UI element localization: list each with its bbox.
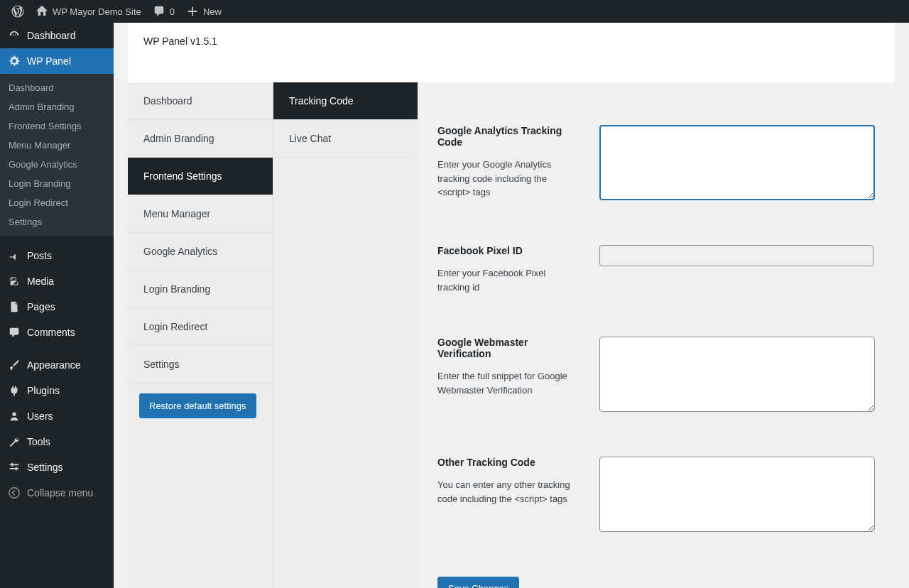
- field-label: Other Tracking Code: [437, 457, 579, 468]
- content-area: WP Panel v1.5.1 Dashboard Admin Branding…: [114, 23, 909, 588]
- media-icon: [7, 274, 21, 288]
- plus-icon: [186, 5, 199, 18]
- sidebar-item-settings[interactable]: Settings: [0, 454, 114, 480]
- gear-icon: [7, 54, 21, 68]
- fb-pixel-input[interactable]: [599, 245, 873, 266]
- field-desc: Enter the full snippet for Google Webmas…: [437, 369, 579, 397]
- field-google-webmaster: Google Webmaster Verification Enter the …: [437, 337, 875, 414]
- svg-point-0: [11, 278, 13, 280]
- sidebar-item-plugins[interactable]: Plugins: [0, 378, 114, 403]
- subtab-live-chat[interactable]: Live Chat: [273, 120, 418, 158]
- pin-icon: [7, 249, 21, 263]
- settings-nav: Dashboard Admin Branding Frontend Settin…: [128, 82, 418, 588]
- sidebar-subitem[interactable]: Login Redirect: [0, 193, 114, 212]
- field-desc: Enter your Facebook Pixel tracking id: [437, 266, 579, 294]
- field-desc: Enter your Google Analytics tracking cod…: [437, 158, 579, 200]
- admin-toolbar: WP Mayor Demo Site 0 New: [0, 0, 909, 23]
- sidebar-subitem[interactable]: Frontend Settings: [0, 116, 114, 136]
- sidebar-item-comments[interactable]: Comments: [0, 320, 114, 345]
- sidebar-subitem[interactable]: Admin Branding: [0, 97, 114, 116]
- field-label: Google Webmaster Verification: [437, 337, 579, 359]
- admin-sidebar: Dashboard WP Panel Dashboard Admin Brand…: [0, 23, 114, 588]
- page-icon: [7, 300, 21, 314]
- new-label: New: [203, 6, 222, 17]
- dashboard-icon: [7, 28, 21, 43]
- sidebar-subitem[interactable]: Google Analytics: [0, 155, 114, 174]
- plug-icon: [7, 383, 21, 398]
- comments-count: 0: [170, 6, 175, 17]
- tab-admin-branding[interactable]: Admin Branding: [128, 120, 273, 158]
- tab-google-analytics[interactable]: Google Analytics: [128, 233, 273, 271]
- field-fb-pixel: Facebook Pixel ID Enter your Facebook Pi…: [437, 245, 875, 294]
- tab-login-branding[interactable]: Login Branding: [128, 271, 273, 308]
- wrench-icon: [7, 435, 21, 449]
- other-tracking-input[interactable]: [599, 457, 875, 532]
- secondary-tabs: Tracking Code Live Chat: [273, 82, 418, 588]
- subtab-tracking-code[interactable]: Tracking Code: [273, 82, 418, 120]
- sidebar-item-dashboard[interactable]: Dashboard: [0, 23, 114, 48]
- google-webmaster-input[interactable]: [599, 337, 875, 412]
- new-content-link[interactable]: New: [180, 0, 227, 23]
- tab-frontend-settings[interactable]: Frontend Settings: [128, 158, 273, 195]
- sidebar-subitem[interactable]: Login Branding: [0, 174, 114, 193]
- svg-point-1: [12, 413, 16, 416]
- brush-icon: [7, 358, 21, 372]
- collapse-icon: [7, 486, 21, 500]
- svg-point-2: [9, 488, 19, 498]
- page-title: WP Panel v1.5.1: [143, 36, 879, 47]
- sidebar-submenu-wp-panel: Dashboard Admin Branding Frontend Settin…: [0, 74, 114, 236]
- sidebar-item-wp-panel[interactable]: WP Panel: [0, 48, 114, 74]
- save-changes-button[interactable]: Save Changes: [437, 577, 519, 588]
- sliders-icon: [7, 460, 21, 474]
- sidebar-subitem[interactable]: Settings: [0, 212, 114, 232]
- settings-form: Google Analytics Tracking Code Enter you…: [418, 82, 895, 588]
- tab-menu-manager[interactable]: Menu Manager: [128, 195, 273, 233]
- collapse-menu-button[interactable]: Collapse menu: [0, 480, 114, 506]
- field-label: Facebook Pixel ID: [437, 245, 579, 256]
- sidebar-item-posts[interactable]: Posts: [0, 243, 114, 268]
- sidebar-item-tools[interactable]: Tools: [0, 429, 114, 454]
- site-name-link[interactable]: WP Mayor Demo Site: [30, 0, 147, 23]
- comment-icon: [153, 5, 165, 18]
- field-desc: You can enter any other tracking code in…: [437, 478, 579, 506]
- sidebar-subitem[interactable]: Dashboard: [0, 78, 114, 97]
- sidebar-subitem[interactable]: Menu Manager: [0, 136, 114, 155]
- field-ga-tracking: Google Analytics Tracking Code Enter you…: [437, 125, 875, 202]
- site-name: WP Mayor Demo Site: [53, 6, 141, 17]
- tab-login-redirect[interactable]: Login Redirect: [128, 308, 273, 346]
- field-other-tracking: Other Tracking Code You can enter any ot…: [437, 457, 875, 534]
- sidebar-item-users[interactable]: Users: [0, 403, 114, 429]
- wordpress-icon: [11, 5, 24, 18]
- tab-dashboard[interactable]: Dashboard: [128, 82, 273, 120]
- sidebar-item-media[interactable]: Media: [0, 268, 114, 294]
- comment-icon: [7, 325, 21, 339]
- ga-tracking-input[interactable]: [599, 125, 875, 200]
- restore-defaults-button[interactable]: Restore default settings: [139, 393, 256, 418]
- sidebar-item-appearance[interactable]: Appearance: [0, 352, 114, 378]
- page-header-panel: WP Panel v1.5.1: [128, 23, 895, 82]
- user-icon: [7, 409, 21, 423]
- wp-logo-menu[interactable]: [6, 0, 30, 23]
- primary-tabs: Dashboard Admin Branding Frontend Settin…: [128, 82, 273, 588]
- sidebar-item-pages[interactable]: Pages: [0, 294, 114, 320]
- field-label: Google Analytics Tracking Code: [437, 125, 579, 148]
- home-icon: [36, 5, 48, 18]
- comments-link[interactable]: 0: [147, 0, 180, 23]
- tab-settings[interactable]: Settings: [128, 346, 273, 383]
